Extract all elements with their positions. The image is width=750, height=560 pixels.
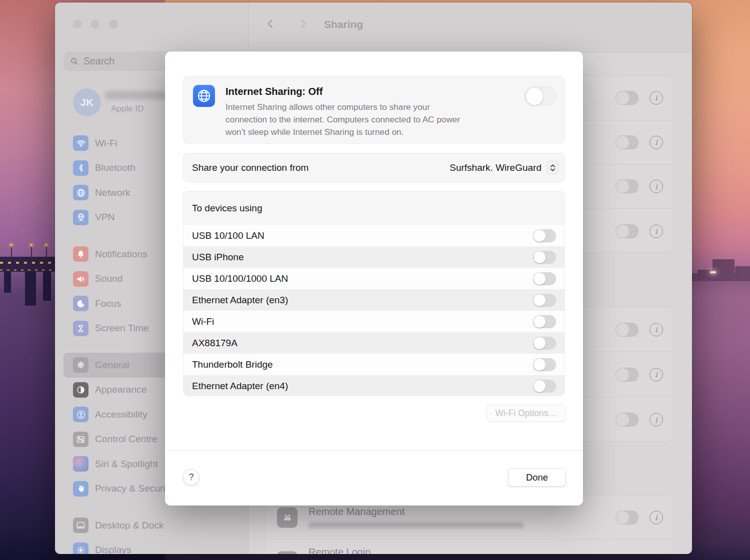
info-icon[interactable]: i [650,413,663,427]
device-row-usb-10-100-1000-lan: USB 10/100/1000 LAN [184,268,564,289]
device-toggle[interactable] [533,337,556,350]
avatar[interactable]: JK [73,88,101,116]
device-row-usb-iphone: USB iPhone [184,246,564,268]
redacted-service-description [308,522,524,528]
device-label: USB 10/100 LAN [192,230,264,241]
speaker-icon [73,271,88,287]
desktop-dock-icon [73,518,88,533]
building-silhouette [735,266,750,281]
sidebar-item-label: Focus [95,298,121,309]
service-toggle[interactable] [616,179,638,193]
internet-sharing-globe-icon [193,85,215,107]
service-toggle[interactable] [616,413,638,427]
sidebar-item-label: Appearance [95,384,146,395]
chevron-right-icon [297,18,308,29]
service-toggle[interactable] [616,368,638,382]
info-icon[interactable]: i [650,511,663,524]
bridge-lamp-light [30,244,32,246]
info-icon[interactable]: i [650,180,663,193]
device-label: Wi-Fi [192,316,214,327]
device-row-ethernet-en3: Ethernet Adapter (en3) [184,289,564,311]
info-icon[interactable]: i [650,135,663,149]
minimize-window-button[interactable] [91,20,100,28]
device-row-ax88179a: AX88179A [184,332,564,354]
share-from-value: Surfshark. WireGuard [450,162,542,173]
sidebar-item-label: VPN [95,212,114,223]
device-toggle[interactable] [533,272,556,285]
info-icon[interactable]: i [650,368,663,381]
service-toggle[interactable] [616,224,638,238]
bridge-lamp-light [10,244,12,246]
appearance-icon [73,382,88,398]
zoom-window-button[interactable] [109,20,118,28]
help-button[interactable]: ? [183,469,200,486]
sidebar-item-label: Bluetooth [95,162,136,173]
device-label: Ethernet Adapter (en4) [192,381,288,392]
dialog-title: Internet Sharing: Off [226,86,468,97]
sidebar-item-displays[interactable]: Displays [64,538,240,555]
bridge-pier [43,272,51,301]
device-toggle[interactable] [533,315,556,328]
internet-sharing-header-card: Internet Sharing: Off Internet Sharing a… [183,76,565,144]
search-placeholder: Search [84,55,114,67]
info-icon[interactable]: i [650,323,663,336]
avatar-initials: JK [80,97,94,108]
wifi-options-button[interactable]: Wi-Fi Options… [486,405,566,422]
device-toggle[interactable] [533,294,556,307]
device-row-thunderbolt-bridge: Thunderbolt Bridge [184,354,564,375]
remote-management-toggle[interactable] [616,511,638,525]
device-label: USB 10/100/1000 LAN [192,273,288,284]
device-label: Thunderbolt Bridge [192,359,273,370]
sidebar-item-label: Accessibility [95,409,148,420]
gear-icon [73,357,88,373]
service-toggle[interactable] [616,91,638,105]
share-connection-select[interactable]: Surfshark. WireGuard [450,160,559,175]
done-button[interactable]: Done [508,468,566,487]
chevron-up-down-icon [546,160,559,175]
globe-icon [73,185,88,200]
bridge-lamp [11,245,12,257]
info-icon[interactable]: i [650,224,663,238]
apple-id-label: Apple ID [111,104,144,114]
sidebar-item-label: Sound [95,273,122,284]
sidebar-item-label: Screen Time [95,323,149,334]
service-toggle[interactable] [616,135,638,149]
forward-button[interactable] [297,18,308,31]
device-toggle[interactable] [533,251,556,264]
back-button[interactable] [265,18,276,31]
device-row-wifi: Wi-Fi [184,311,564,332]
sidebar-item-label: Displays [95,545,132,554]
service-toggle[interactable] [616,323,638,337]
sidebar-item-label: Desktop & Dock [95,520,164,531]
vpn-globe-icon [73,210,88,225]
service-label: Remote Management [308,506,404,518]
device-toggle[interactable] [533,229,556,242]
building-silhouette [712,259,734,281]
service-label: Remote Login [308,547,371,554]
sidebar-item-label: Network [95,187,130,198]
chevron-left-icon [265,18,276,29]
siri-icon [73,456,88,472]
control-centre-icon [73,432,88,447]
bridge-lamp [31,245,32,257]
bell-icon [73,246,88,262]
device-label: Ethernet Adapter (en3) [192,295,288,306]
bridge-lamp-light [45,244,48,246]
device-row-usb-10-100-lan: USB 10/100 LAN [184,225,564,246]
redacted-user-name [105,91,172,99]
bridge-pier [4,272,11,293]
internet-sharing-dialog: Internet Sharing: Off Internet Sharing a… [165,51,583,506]
sidebar-item-desktop-dock[interactable]: Desktop & Dock [64,513,240,538]
wifi-icon [73,135,88,151]
terminal-icon [277,552,298,555]
bridge-pier [25,272,36,306]
internet-sharing-toggle[interactable] [524,86,556,105]
device-toggle[interactable] [533,358,556,371]
sidebar-item-label: Notifications [95,249,148,260]
sidebar-item-label: Siri & Spotlight [95,459,158,470]
close-window-button[interactable] [73,20,82,28]
dialog-description: Internet Sharing allows other computers … [226,101,468,138]
info-icon[interactable]: i [650,91,663,104]
device-toggle[interactable] [533,380,556,393]
sidebar-item-label: General [95,360,129,371]
